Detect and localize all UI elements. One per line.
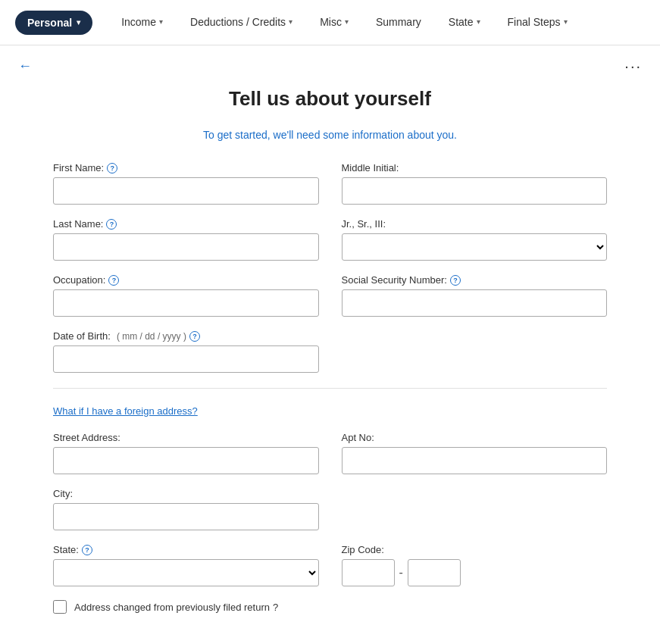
address-changed-label: Address changed from previously filed re… <box>74 602 278 613</box>
state-label: State <box>449 16 474 28</box>
occupation-group: Occupation: ? <box>53 274 319 317</box>
zip-group: Zip Code: - <box>342 544 608 586</box>
state-zip-row: State: ? Alabama Alaska Arizona Californ… <box>53 544 607 586</box>
last-name-input[interactable] <box>53 233 319 261</box>
page-title: Tell us about yourself <box>0 87 660 111</box>
nav-item-final-steps[interactable]: Final Steps ▾ <box>494 0 581 45</box>
misc-label: Misc <box>320 16 342 28</box>
jr-sr-label: Jr., Sr., III: <box>342 218 608 230</box>
apt-group: Apt No: <box>342 432 608 474</box>
back-icon: ← <box>18 58 32 74</box>
state-help-icon[interactable]: ? <box>82 545 92 555</box>
jr-sr-group: Jr., Sr., III: Jr. Sr. II III IV <box>342 218 608 261</box>
ssn-group: Social Security Number: ? <box>342 274 608 317</box>
back-button[interactable]: ← <box>18 58 32 74</box>
more-options-button[interactable]: ··· <box>624 58 642 75</box>
name-row: First Name: ? Middle Initial: <box>53 162 607 205</box>
first-name-label: First Name: ? <box>53 162 319 174</box>
apt-label: Apt No: <box>342 432 608 443</box>
street-group: Street Address: <box>53 432 319 474</box>
address-changed-checkbox[interactable] <box>53 600 67 614</box>
page-subtitle: To get started, we'll need some informat… <box>0 129 660 141</box>
dob-row: Date of Birth: ( mm / dd / yyyy ) ? <box>53 330 607 373</box>
dob-group: Date of Birth: ( mm / dd / yyyy ) ? <box>53 330 319 373</box>
zip-separator: - <box>399 566 403 580</box>
dob-label: Date of Birth: ( mm / dd / yyyy ) ? <box>53 330 319 342</box>
street-row: Street Address: Apt No: <box>53 432 607 474</box>
final-steps-chevron: ▾ <box>564 17 568 26</box>
first-name-input[interactable] <box>53 177 319 205</box>
zip-input[interactable] <box>342 559 395 586</box>
first-name-group: First Name: ? <box>53 162 319 205</box>
middle-initial-label: Middle Initial: <box>342 162 608 174</box>
personal-label: Personal <box>27 17 72 29</box>
city-row: City: <box>53 488 607 530</box>
zip-label: Zip Code: <box>342 544 608 555</box>
occupation-row: Occupation: ? Social Security Number: ? <box>53 274 607 317</box>
address-changed-row: Address changed from previously filed re… <box>53 600 607 614</box>
dob-help-icon[interactable]: ? <box>189 331 200 342</box>
dob-hint: ( mm / dd / yyyy ) <box>117 331 186 342</box>
middle-initial-input[interactable] <box>342 177 608 205</box>
city-label: City: <box>53 488 319 499</box>
nav-item-state[interactable]: State ▾ <box>435 0 494 45</box>
street-label: Street Address: <box>53 432 319 443</box>
state-field-label: State: ? <box>53 544 319 555</box>
city-group: City: <box>53 488 319 530</box>
city-input[interactable] <box>53 503 319 530</box>
foreign-address-link[interactable]: What if I have a foreign address? <box>53 405 198 417</box>
dob-input[interactable] <box>53 345 319 373</box>
deductions-label: Deductions / Credits <box>190 16 286 28</box>
nav-items: Income ▾ Deductions / Credits ▾ Misc ▾ S… <box>108 0 645 45</box>
last-name-label: Last Name: ? <box>53 218 319 230</box>
personal-menu-button[interactable]: Personal ▾ <box>15 11 92 35</box>
summary-label: Summary <box>376 16 421 28</box>
state-group: State: ? Alabama Alaska Arizona Californ… <box>53 544 319 586</box>
state-chevron: ▾ <box>477 17 480 26</box>
more-icon: ··· <box>624 58 642 74</box>
first-name-help-icon[interactable]: ? <box>107 163 117 174</box>
nav-item-income[interactable]: Income ▾ <box>108 0 177 45</box>
nav-bar: Personal ▾ Income ▾ Deductions / Credits… <box>0 0 660 45</box>
nav-item-deductions[interactable]: Deductions / Credits ▾ <box>177 0 306 45</box>
last-name-group: Last Name: ? <box>53 218 319 261</box>
zip-row: - <box>342 559 608 586</box>
main-content: ← ··· Tell us about yourself To get star… <box>0 45 660 644</box>
occupation-input[interactable] <box>53 289 319 317</box>
state-select[interactable]: Alabama Alaska Arizona California Colora… <box>53 559 319 586</box>
income-chevron: ▾ <box>159 17 163 26</box>
jr-sr-select[interactable]: Jr. Sr. II III IV <box>342 233 608 261</box>
middle-initial-group: Middle Initial: <box>342 162 608 205</box>
last-name-help-icon[interactable]: ? <box>106 219 117 230</box>
street-input[interactable] <box>53 447 319 474</box>
occupation-help-icon[interactable]: ? <box>108 275 119 286</box>
income-label: Income <box>121 16 156 28</box>
address-changed-help-icon[interactable]: ? <box>273 602 278 613</box>
top-bar: ← ··· <box>0 45 660 87</box>
city-spacer <box>342 488 608 530</box>
ssn-help-icon[interactable]: ? <box>450 275 461 286</box>
misc-chevron: ▾ <box>345 17 349 26</box>
apt-input[interactable] <box>342 447 608 474</box>
nav-item-misc[interactable]: Misc ▾ <box>306 0 362 45</box>
personal-chevron: ▾ <box>77 18 80 27</box>
dob-spacer <box>342 330 608 373</box>
section-divider <box>53 388 607 389</box>
ssn-label: Social Security Number: ? <box>342 274 608 286</box>
occupation-label: Occupation: ? <box>53 274 319 286</box>
deductions-chevron: ▾ <box>289 17 292 26</box>
form-area: First Name: ? Middle Initial: Last Name:… <box>0 162 660 644</box>
zip-ext-input[interactable] <box>408 559 461 586</box>
nav-item-summary[interactable]: Summary <box>362 0 435 45</box>
last-name-row: Last Name: ? Jr., Sr., III: Jr. Sr. II I… <box>53 218 607 261</box>
ssn-input[interactable] <box>342 289 608 317</box>
final-steps-label: Final Steps <box>508 16 561 28</box>
